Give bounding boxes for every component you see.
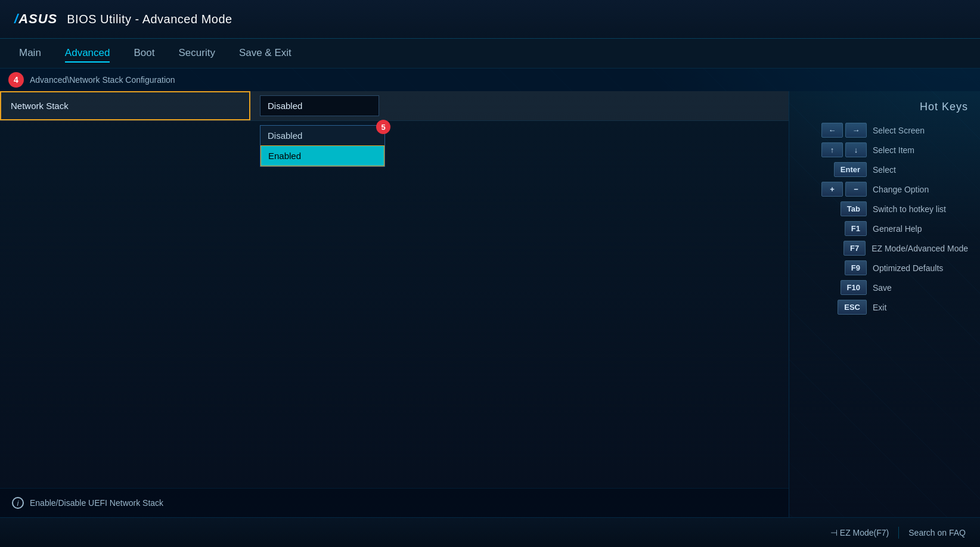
- nav-security[interactable]: Security: [178, 45, 215, 63]
- info-icon: i: [12, 497, 24, 509]
- network-stack-label: Network Stack: [0, 91, 250, 120]
- nav-boot[interactable]: Boot: [134, 45, 154, 63]
- breadcrumb-path: Advanced\Network Stack Configuration: [30, 75, 175, 85]
- nav-save-exit[interactable]: Save & Exit: [239, 45, 291, 63]
- dropdown-option-enabled[interactable]: Enabled: [260, 145, 384, 166]
- bios-title: BIOS Utility - Advanced Mode: [67, 13, 232, 26]
- search-faq-link[interactable]: Search on FAQ: [908, 528, 966, 537]
- bottom-divider: [898, 527, 899, 539]
- bottom-bar: ⊣ EZ Mode(F7) Search on FAQ: [0, 517, 980, 547]
- description-area: i Enable/Disable UEFI Network Stack: [0, 488, 789, 517]
- nav-main[interactable]: Main: [19, 45, 41, 63]
- nav-advanced[interactable]: Advanced: [65, 45, 110, 63]
- breadcrumb-step: 4: [8, 72, 24, 88]
- breadcrumb: 4 Advanced\Network Stack Configuration: [0, 69, 980, 91]
- dropdown-step-badge: 5: [376, 120, 390, 134]
- logo-slash: /: [14, 11, 18, 26]
- header: /ASUS BIOS Utility - Advanced Mode: [0, 0, 980, 39]
- description-text: Enable/Disable UEFI Network Stack: [30, 498, 163, 508]
- ez-mode-arrow: ⊣: [830, 528, 838, 537]
- dropdown-option-disabled[interactable]: Disabled: [260, 126, 384, 145]
- ez-mode-link[interactable]: ⊣ EZ Mode(F7): [830, 528, 889, 537]
- ez-mode-label: EZ Mode(F7): [840, 528, 889, 537]
- content-area: Network Stack Disabled 5 Disabled Enable…: [0, 91, 789, 517]
- network-stack-dropdown[interactable]: Disabled: [260, 95, 379, 116]
- network-stack-value-area: Disabled 5 Disabled Enabled: [250, 95, 789, 116]
- network-stack-row[interactable]: Network Stack Disabled 5 Disabled Enable…: [0, 91, 789, 121]
- nav-menu: Main Advanced Boot Security Save & Exit: [0, 39, 980, 69]
- asus-logo: /ASUS: [14, 11, 57, 27]
- dropdown-popup: 5 Disabled Enabled: [260, 125, 385, 167]
